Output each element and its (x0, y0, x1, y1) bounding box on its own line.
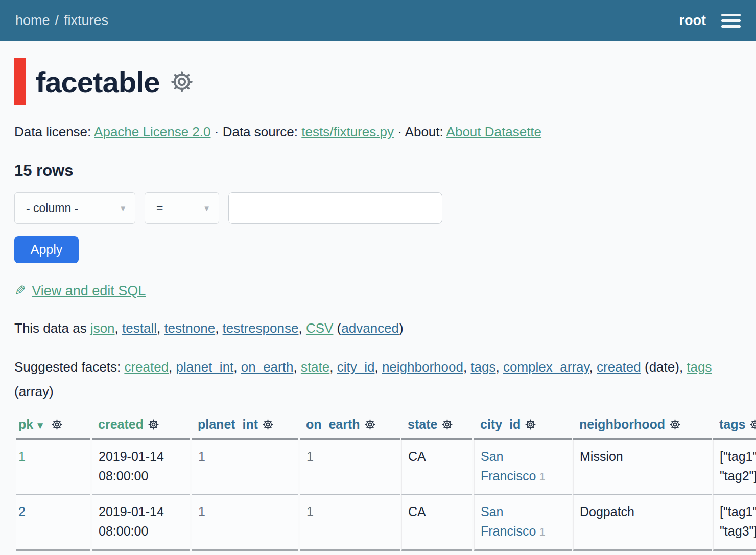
column-gear-icon[interactable] (525, 419, 536, 430)
license-link[interactable]: Apache License 2.0 (94, 124, 210, 140)
column-gear-icon[interactable] (669, 419, 681, 430)
column-header-neighborhood-link[interactable]: neighborhood (579, 417, 665, 431)
filter-row: - column - ▼ = ▼ (14, 192, 742, 224)
export-link-json[interactable]: json (90, 320, 115, 336)
export-link-testresponse[interactable]: testresponse (223, 320, 299, 336)
source-link[interactable]: tests/fixtures.py (301, 124, 394, 140)
export-link-csv[interactable]: CSV (306, 320, 333, 336)
separator-dot: · (397, 124, 402, 140)
column-header-planet-int: planet_int (192, 412, 298, 440)
cell-city-id: San Francisco1 (474, 440, 572, 495)
facet-link-created[interactable]: created (124, 359, 169, 375)
column-gear-icon[interactable] (749, 419, 756, 430)
column-header-pk-link[interactable]: pk (18, 417, 33, 431)
facet-link-created-date[interactable]: created (597, 359, 641, 375)
separator: , (589, 359, 597, 375)
apply-button[interactable]: Apply (14, 236, 79, 263)
column-gear-icon[interactable] (51, 419, 63, 430)
column-header-state-link[interactable]: state (408, 417, 437, 431)
city-link[interactable]: San Francisco (481, 449, 536, 483)
separator: (array) (14, 384, 54, 399)
foreign-key-id: 1 (539, 470, 545, 483)
facet-link-neighborhood[interactable]: neighborhood (382, 359, 463, 375)
chevron-down-icon: ▼ (119, 204, 127, 213)
user-root-link[interactable]: root (679, 13, 706, 29)
separator-dot: · (215, 124, 219, 140)
cell-tags: ["tag1", "tag2"] (713, 440, 756, 495)
suggested-facets-line: Suggested facets: created, planet_int, o… (14, 355, 742, 404)
facet-link-state[interactable]: state (301, 359, 329, 375)
about-label: About: (405, 124, 443, 140)
facet-link-planet-int[interactable]: planet_int (176, 359, 234, 375)
menu-bar (721, 14, 741, 16)
export-link-testnone[interactable]: testnone (164, 320, 215, 336)
filter-operator-select[interactable]: = ▼ (145, 192, 219, 224)
column-gear-icon[interactable] (364, 419, 376, 430)
table-row: 2 2019-01-14 08:00:00 1 1 CA San Francis… (16, 495, 756, 551)
column-header-state: state (401, 412, 472, 440)
row-pk-link[interactable]: 2 (18, 504, 26, 519)
column-header-city-id: city_id (474, 412, 572, 440)
column-gear-icon[interactable] (148, 419, 159, 430)
column-header-neighborhood: neighborhood (573, 412, 712, 440)
page-content: facetable Data license: Apache License 2… (0, 58, 756, 551)
export-link-advanced[interactable]: advanced (341, 320, 399, 336)
table-settings-gear-icon[interactable] (170, 70, 194, 94)
cell-pk: 1 (16, 440, 90, 495)
metadata-line: Data license: Apache License 2.0 · Data … (14, 123, 742, 141)
facet-link-on-earth[interactable]: on_earth (241, 359, 294, 375)
separator: ) (399, 320, 404, 336)
separator: , (329, 359, 337, 375)
sort-desc-icon: ▼ (35, 420, 45, 431)
column-header-tags: tags (713, 412, 756, 440)
column-header-created-link[interactable]: created (98, 417, 144, 431)
cell-state: CA (401, 495, 472, 551)
title-row: facetable (14, 58, 742, 105)
column-header-on-earth-link[interactable]: on_earth (306, 417, 360, 431)
filter-operator-value: = (156, 201, 163, 215)
title-accent-bar (14, 58, 26, 105)
cell-on-earth: 1 (300, 440, 400, 495)
top-navigation-bar: home / fixtures root (0, 0, 756, 41)
data-table: pk▼ created planet_int on_earth state ci… (14, 412, 756, 551)
menu-bar (721, 19, 741, 22)
cell-planet-int: 1 (192, 440, 298, 495)
table-row: 1 2019-01-14 08:00:00 1 1 CA San Francis… (16, 440, 756, 495)
separator: , (215, 320, 222, 336)
view-edit-sql-link[interactable]: View and edit SQL (32, 283, 146, 298)
column-header-city-id-link[interactable]: city_id (480, 417, 521, 431)
separator: , (463, 359, 470, 375)
city-link[interactable]: San Francisco (481, 504, 536, 538)
column-gear-icon[interactable] (441, 419, 453, 430)
breadcrumb-fixtures-link[interactable]: fixtures (64, 13, 108, 29)
column-gear-icon[interactable] (262, 419, 274, 430)
breadcrumb-home-link[interactable]: home (15, 13, 50, 29)
menu-icon[interactable] (721, 14, 741, 28)
filter-value-input[interactable] (228, 192, 442, 224)
sql-edit-line: ✎ View and edit SQL (14, 283, 742, 299)
cell-city-id: San Francisco1 (474, 495, 572, 551)
column-header-planet-int-link[interactable]: planet_int (198, 417, 258, 431)
separator: ( (333, 320, 341, 336)
cell-on-earth: 1 (300, 495, 400, 551)
separator: , (496, 359, 503, 375)
column-header-pk: pk▼ (16, 412, 90, 440)
filter-column-select[interactable]: - column - ▼ (14, 192, 135, 224)
cell-neighborhood: Dogpatch (573, 495, 712, 551)
chevron-down-icon: ▼ (203, 204, 210, 213)
separator: , (298, 320, 305, 336)
facet-link-tags[interactable]: tags (470, 359, 495, 375)
facet-link-tags-array[interactable]: tags (687, 359, 712, 375)
facets-label: Suggested facets: (14, 359, 124, 375)
column-header-tags-link[interactable]: tags (719, 417, 745, 431)
cell-planet-int: 1 (192, 495, 298, 551)
about-link[interactable]: About Datasette (446, 124, 541, 140)
facet-link-city-id[interactable]: city_id (337, 359, 375, 375)
row-pk-link[interactable]: 1 (18, 449, 26, 464)
separator: , (115, 320, 122, 336)
separator: , (157, 320, 164, 336)
export-link-testall[interactable]: testall (122, 320, 157, 336)
facet-link-complex-array[interactable]: complex_array (503, 359, 589, 375)
separator: , (233, 359, 241, 375)
separator: (date), (641, 359, 687, 375)
